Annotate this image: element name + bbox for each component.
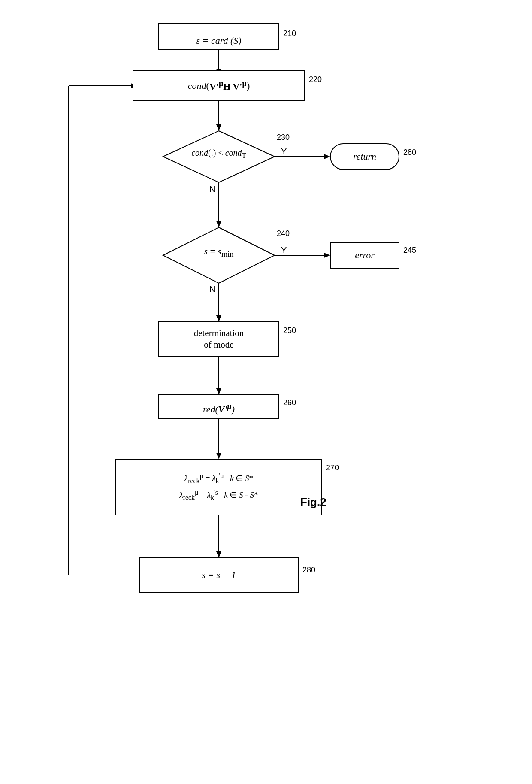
svg-marker-15: [216, 453, 221, 459]
node-230-label: cond(.) < condT: [167, 148, 270, 160]
node-240-label: s = smin: [169, 246, 268, 259]
flowchart-svg: [0, 0, 532, 784]
fig-label: Fig.2: [300, 496, 326, 509]
ref-210: 210: [283, 29, 296, 38]
node-250-label: determinationof mode: [159, 322, 279, 356]
ref-250: 250: [283, 326, 296, 335]
ref-260: 260: [283, 398, 296, 407]
svg-marker-17: [216, 551, 221, 558]
svg-marker-9: [324, 253, 330, 258]
node-280-bottom-label: s = s − 1: [139, 558, 298, 592]
svg-marker-11: [216, 315, 221, 322]
node-245-label: error: [330, 242, 399, 268]
node-280-return-label: return: [330, 144, 399, 170]
svg-marker-5: [324, 154, 330, 159]
ref-280-bottom: 280: [302, 566, 315, 575]
arrow-label-n-top: N: [209, 185, 215, 194]
ref-230: 230: [277, 133, 290, 142]
arrow-label-n-mid: N: [209, 285, 215, 294]
svg-marker-13: [216, 388, 221, 395]
ref-220: 220: [309, 75, 322, 84]
ref-240: 240: [277, 229, 290, 238]
ref-245: 245: [403, 246, 416, 255]
diagram-container: 210 s = card (S) 220 cond (V'μH V'μ) 230…: [0, 0, 532, 784]
node-220-label: cond (V'μH V'μ): [133, 71, 305, 101]
svg-marker-3: [216, 124, 221, 131]
ref-270: 270: [326, 463, 339, 472]
arrow-label-y-top: Y: [281, 147, 287, 157]
svg-marker-7: [216, 221, 221, 227]
node-260-label: red(V'μ): [159, 395, 279, 418]
ref-280-return: 280: [403, 148, 416, 157]
node-210-label: s = card (S): [159, 28, 279, 54]
arrow-label-y-mid: Y: [281, 245, 287, 255]
node-270-label: λreckμ = λk'μ k ∈ S* λreckμ = λk's k ∈ S…: [116, 459, 322, 515]
